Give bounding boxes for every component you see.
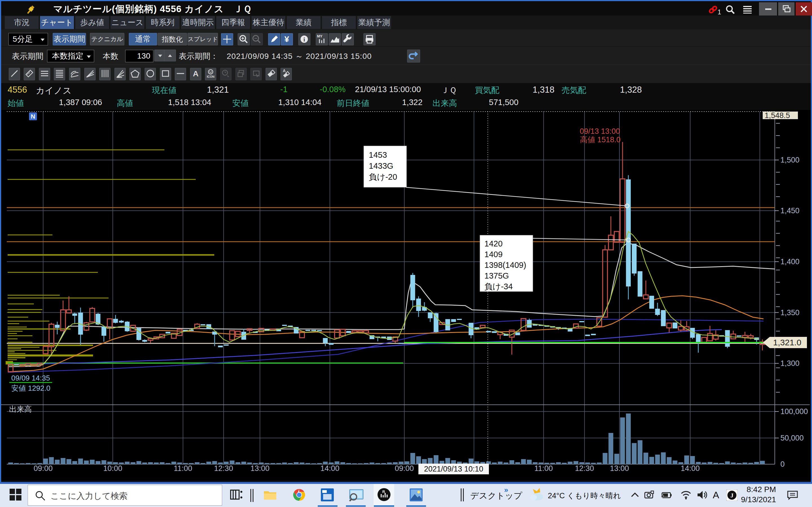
svg-text:安値 1292.0: 安値 1292.0 (11, 384, 50, 392)
svg-text:1,350: 1,350 (780, 308, 800, 317)
svg-text:100,000: 100,000 (780, 407, 808, 416)
svg-text:1,300: 1,300 (780, 359, 800, 368)
svg-text:A: A (283, 68, 286, 73)
svg-text:ICON: ICON (207, 75, 214, 78)
svg-text:MY: MY (317, 34, 322, 38)
svg-text:1,500: 1,500 (780, 156, 800, 164)
svg-text:N: N (31, 113, 35, 120)
svg-text:11:00: 11:00 (174, 464, 192, 473)
svg-text:14:00: 14:00 (320, 464, 340, 473)
svg-text:1,548.5: 1,548.5 (765, 111, 790, 120)
svg-text:0: 0 (780, 460, 784, 468)
svg-text:J: J (730, 492, 733, 499)
svg-text:¥: ¥ (285, 34, 289, 44)
svg-text:高値 1518.0: 高値 1518.0 (580, 135, 620, 144)
svg-text:10:00: 10:00 (103, 464, 122, 473)
svg-text:i: i (303, 36, 305, 43)
svg-text:13:00: 13:00 (610, 464, 629, 473)
svg-text:1,450: 1,450 (780, 207, 800, 215)
svg-text:11:00: 11:00 (534, 464, 553, 473)
svg-text:1398(1409): 1398(1409) (485, 261, 526, 270)
svg-text:負け-20: 負け-20 (369, 172, 397, 181)
svg-text:1453: 1453 (369, 151, 387, 159)
svg-text:A: A (193, 69, 199, 78)
svg-text:12:30: 12:30 (214, 464, 233, 473)
svg-text:出来高: 出来高 (9, 405, 32, 413)
svg-text:1420: 1420 (485, 239, 503, 248)
svg-text:09:00: 09:00 (395, 464, 414, 473)
svg-text:09:00: 09:00 (34, 464, 53, 473)
svg-text:09/13 13:00: 09/13 13:00 (580, 127, 620, 135)
svg-text:09/09 14:35: 09/09 14:35 (11, 374, 50, 382)
svg-text:負け-34: 負け-34 (485, 282, 513, 291)
svg-text:1433G: 1433G (369, 161, 393, 170)
svg-text:1409: 1409 (485, 250, 503, 259)
svg-text:14:00: 14:00 (680, 464, 700, 473)
svg-text:1,321.0: 1,321.0 (773, 338, 801, 347)
svg-text:1,400: 1,400 (780, 258, 800, 266)
svg-text:1375G: 1375G (485, 271, 509, 280)
svg-text:2021/09/13 10:10: 2021/09/13 10:10 (424, 465, 483, 473)
svg-text:12:30: 12:30 (575, 464, 594, 473)
svg-text:50,000: 50,000 (780, 434, 804, 442)
svg-text:13:00: 13:00 (250, 464, 269, 473)
